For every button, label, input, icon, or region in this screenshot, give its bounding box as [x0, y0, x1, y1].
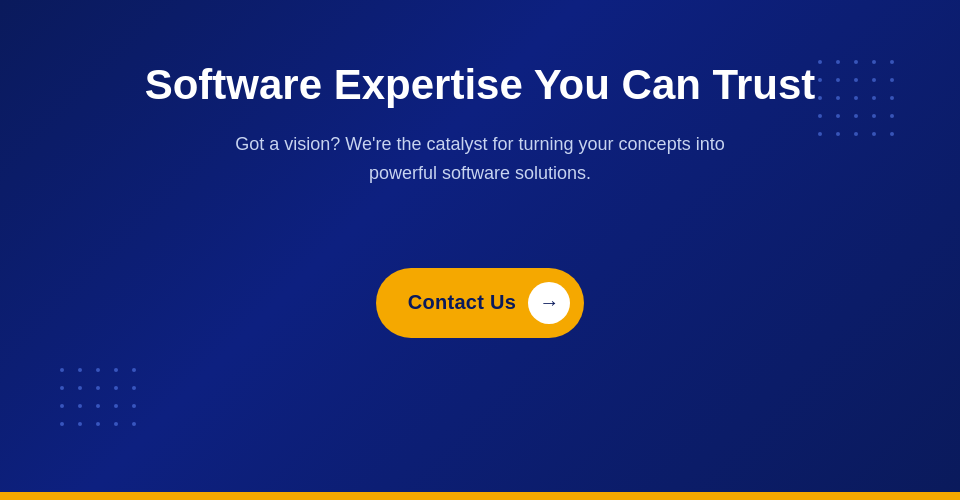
- hero-title: Software Expertise You Can Trust: [145, 60, 816, 110]
- page-wrapper: Software Expertise You Can Trust Got a v…: [0, 0, 960, 500]
- contact-us-arrow-icon: →: [528, 282, 570, 324]
- bottom-accent-bar: [0, 492, 960, 500]
- hero-section: Software Expertise You Can Trust Got a v…: [0, 0, 960, 492]
- contact-us-label: Contact Us: [408, 291, 517, 314]
- dots-decoration-top-right: [818, 60, 900, 142]
- contact-us-button[interactable]: Contact Us →: [376, 268, 585, 338]
- dots-decoration-bottom-left: [60, 368, 142, 432]
- hero-subtitle: Got a vision? We're the catalyst for tur…: [220, 130, 740, 188]
